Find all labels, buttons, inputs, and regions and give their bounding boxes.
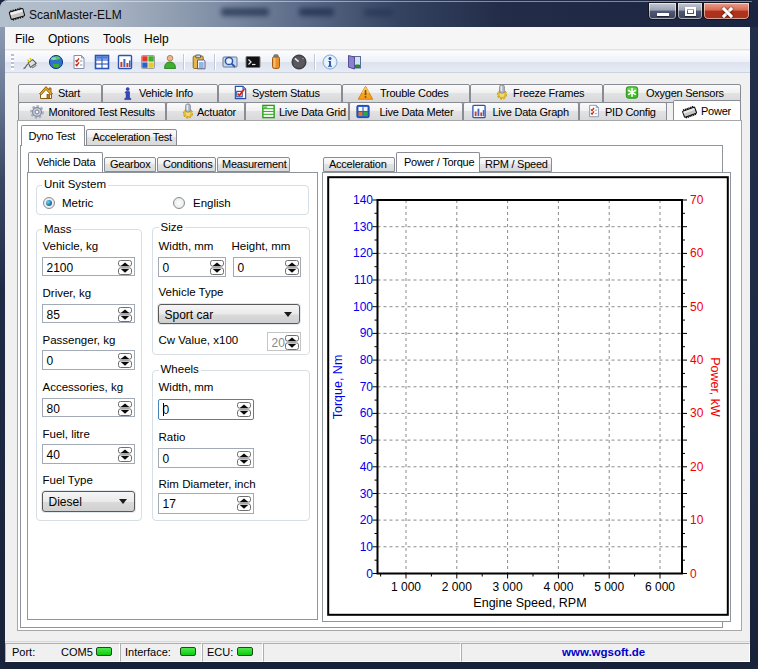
svg-text:60: 60 [690,246,704,260]
svg-text:30: 30 [359,487,373,501]
svg-text:130: 130 [352,220,372,234]
svg-text:120: 120 [352,246,372,260]
svg-text:5 000: 5 000 [594,580,624,594]
svg-text:40: 40 [359,460,373,474]
svg-text:Power, kW: Power, kW [708,357,722,417]
svg-text:6 000: 6 000 [644,580,674,594]
svg-text:140: 140 [352,193,372,207]
svg-text:30: 30 [690,406,704,420]
svg-text:2 000: 2 000 [441,580,471,594]
svg-text:40: 40 [690,353,704,367]
svg-text:4 000: 4 000 [543,580,573,594]
svg-text:100: 100 [352,300,372,314]
svg-text:Torque, Nm: Torque, Nm [330,355,344,420]
svg-text:50: 50 [359,433,373,447]
svg-text:0: 0 [690,567,697,581]
svg-text:0: 0 [366,567,373,581]
svg-text:10: 10 [359,540,373,554]
svg-text:20: 20 [690,460,704,474]
svg-text:1 000: 1 000 [390,580,420,594]
svg-text:20: 20 [359,513,373,527]
svg-text:80: 80 [359,353,373,367]
svg-text:110: 110 [353,273,372,287]
svg-text:70: 70 [359,380,373,394]
svg-text:50: 50 [690,300,704,314]
svg-text:10: 10 [690,513,704,527]
svg-text:90: 90 [359,326,373,340]
svg-text:3 000: 3 000 [492,580,522,594]
svg-text:70: 70 [690,193,704,207]
svg-text:Engine Speed, RPM: Engine Speed, RPM [473,596,586,610]
svg-text:60: 60 [359,406,373,420]
